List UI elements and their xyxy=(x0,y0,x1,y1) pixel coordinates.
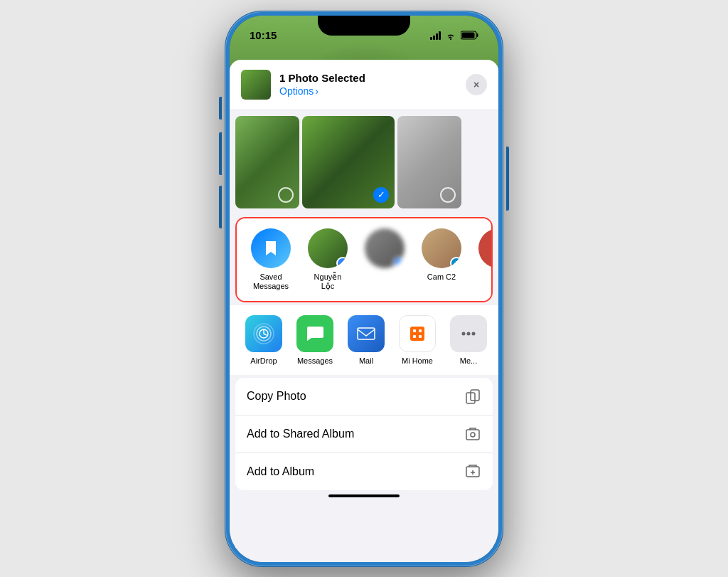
partial-avatar xyxy=(478,228,491,268)
action-list: Copy Photo Add to Shared Album xyxy=(235,378,493,490)
copy-photo-label: Copy Photo xyxy=(247,390,306,403)
contact-cam-c2[interactable]: ✈ Cam C2 xyxy=(419,228,464,291)
apps-row: AirDrop Messages xyxy=(230,305,498,375)
power-button xyxy=(506,147,509,211)
airdrop-icon xyxy=(245,315,282,352)
zalo-badge: Z xyxy=(393,257,405,268)
svg-rect-14 xyxy=(358,328,375,339)
unselected-circle xyxy=(278,187,294,203)
album-icon xyxy=(464,463,481,480)
telegram-badge: ✈ xyxy=(450,257,461,268)
share-options-link[interactable]: Options › xyxy=(279,85,457,97)
saved-messages-avatar xyxy=(251,228,291,268)
bookmark-icon xyxy=(261,238,281,258)
copy-photo-action[interactable]: Copy Photo xyxy=(235,378,493,415)
wifi-icon xyxy=(445,31,456,40)
close-button[interactable]: × xyxy=(466,74,487,95)
svg-rect-17 xyxy=(419,329,422,332)
nguyen-loc-avatar xyxy=(308,228,348,268)
add-to-album-action[interactable]: Add to Album xyxy=(235,453,493,490)
options-chevron: › xyxy=(315,85,318,97)
messenger-badge xyxy=(336,257,348,268)
app-mihome[interactable]: Mi Home xyxy=(395,315,440,365)
add-to-shared-album-action[interactable]: Add to Shared Album xyxy=(235,415,493,453)
svg-rect-2 xyxy=(462,33,475,38)
mihome-icon xyxy=(399,315,436,352)
contact-nguyen-loc[interactable]: NguyễnLộc xyxy=(305,228,350,291)
options-label[interactable]: Options xyxy=(279,85,314,97)
more-icon xyxy=(450,315,487,352)
contact-partial[interactable]: N... xyxy=(476,228,491,291)
svg-point-22 xyxy=(472,332,476,335)
messages-icon xyxy=(296,315,333,352)
svg-rect-18 xyxy=(413,335,416,338)
shared-album-icon xyxy=(464,425,481,443)
status-time: 10:15 xyxy=(250,29,277,41)
signal-icon xyxy=(430,31,441,40)
svg-point-21 xyxy=(467,332,471,335)
svg-rect-3 xyxy=(477,33,478,37)
copy-icon xyxy=(464,388,481,405)
mail-label: Mail xyxy=(359,356,373,365)
app-mail[interactable]: Mail xyxy=(343,315,389,365)
share-thumbnail xyxy=(241,70,271,100)
photo-thumb-right[interactable] xyxy=(397,116,461,208)
svg-rect-19 xyxy=(419,335,422,338)
svg-point-26 xyxy=(471,433,475,437)
share-title-group: 1 Photo Selected Options › xyxy=(279,72,457,97)
contact-saved-messages[interactable]: SavedMessages xyxy=(248,228,294,291)
contact-name-saved: SavedMessages xyxy=(253,272,289,291)
add-shared-album-label: Add to Shared Album xyxy=(247,428,354,440)
mihome-label: Mi Home xyxy=(402,356,433,365)
volume-down-button xyxy=(219,186,222,228)
app-airdrop[interactable]: AirDrop xyxy=(241,315,287,365)
blurred-avatar: Z xyxy=(365,228,405,268)
volume-up-button xyxy=(219,132,222,175)
share-title: 1 Photo Selected xyxy=(279,72,457,84)
contact-name-nguyen: NguyễnLộc xyxy=(314,272,342,291)
selected-checkmark: ✓ xyxy=(373,187,389,203)
add-album-label: Add to Album xyxy=(247,465,314,478)
battery-icon xyxy=(461,31,478,40)
phone-screen: 10:15 xyxy=(230,16,498,562)
mute-button xyxy=(219,97,222,120)
status-icons xyxy=(430,31,478,40)
contact-blurred[interactable]: Z xyxy=(362,228,407,291)
photo-thumb-left[interactable] xyxy=(235,116,299,208)
screen-content: 10:15 xyxy=(230,16,498,562)
share-header: 1 Photo Selected Options › × xyxy=(230,60,498,110)
home-indicator xyxy=(328,494,400,497)
more-label: Me... xyxy=(460,356,477,365)
app-more[interactable]: Me... xyxy=(446,315,491,365)
photo-thumb-center[interactable]: ✓ xyxy=(302,116,395,208)
svg-rect-25 xyxy=(466,430,479,440)
contacts-row: SavedMessages NguyễnLộc xyxy=(237,218,491,301)
phone-frame: 10:15 xyxy=(225,11,503,566)
contacts-row-highlighted: SavedMessages NguyễnLộc xyxy=(235,217,493,302)
cam-c2-avatar: ✈ xyxy=(422,228,461,268)
contact-name-cam: Cam C2 xyxy=(427,272,456,282)
mail-icon xyxy=(348,315,385,352)
photo-strip[interactable]: ✓ xyxy=(230,110,498,214)
svg-rect-15 xyxy=(410,327,424,341)
svg-point-20 xyxy=(462,332,466,335)
share-sheet: 1 Photo Selected Options › × xyxy=(230,60,498,562)
messages-label: Messages xyxy=(297,356,333,365)
app-messages[interactable]: Messages xyxy=(292,315,338,365)
svg-point-0 xyxy=(450,38,451,40)
svg-rect-16 xyxy=(413,329,416,332)
notch xyxy=(318,16,410,36)
unselected-circle-right xyxy=(440,187,456,203)
airdrop-label: AirDrop xyxy=(250,356,277,365)
